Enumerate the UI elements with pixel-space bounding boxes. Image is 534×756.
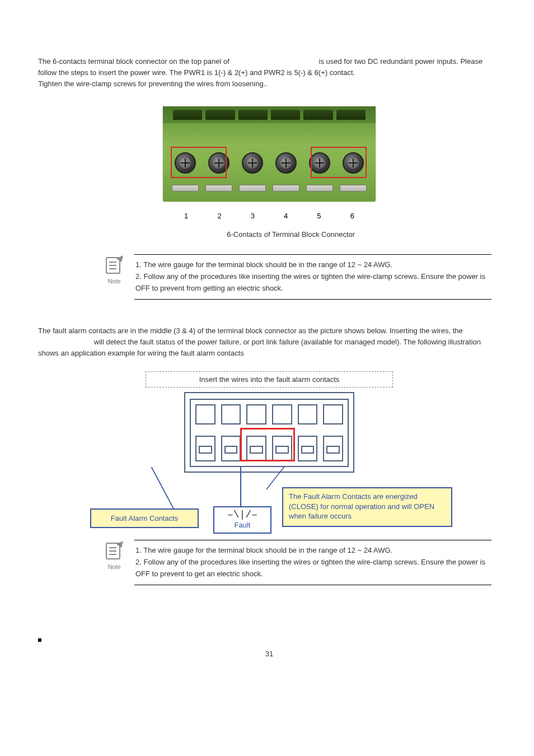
ft-screw-icon (221, 436, 241, 461)
fault-symbol-icon: –\|/– (214, 507, 270, 521)
wire-slot (271, 110, 300, 120)
wire-slot (205, 110, 235, 120)
ft-slot (246, 404, 266, 424)
wire-slot (336, 110, 366, 120)
note-text: 1. The wire gauge for the terminal block… (134, 540, 491, 585)
note-label: Note (100, 563, 129, 570)
wire-slot (238, 110, 268, 120)
terminal-number-row: 1 2 3 4 5 6 (163, 212, 376, 220)
note-text: 1. The wire gauge for the terminal block… (134, 254, 491, 299)
ft-slot (323, 404, 343, 424)
callout-left: Fault Alarm Contacts (90, 508, 199, 528)
wire-slot (303, 110, 332, 120)
note-icon: Note (100, 254, 129, 284)
note-block-1: Note 1. The wire gauge for the terminal … (100, 254, 491, 299)
terminal-number: 2 (203, 212, 236, 220)
note-line: 1. The wire gauge for the terminal block… (135, 545, 490, 557)
ft-screw-icon (195, 436, 216, 461)
callout-connector (266, 467, 303, 489)
terminal-block-figure: 1 2 3 4 5 6 (163, 106, 376, 220)
highlight-box-pwr2 (311, 147, 367, 178)
terminal-block-image (163, 106, 376, 202)
terminal-number: 5 (302, 212, 335, 220)
ft-slot (195, 404, 216, 424)
terminal-number: 4 (269, 212, 302, 220)
fault-highlight-box (240, 428, 295, 461)
ft-slot (272, 404, 292, 424)
ft-slot (221, 404, 241, 424)
ft-screw-icon (323, 436, 343, 461)
terminal-number: 6 (336, 212, 369, 220)
highlight-box-pwr1 (171, 147, 227, 178)
sec1-body: The 6-contacts terminal block connector … (38, 56, 500, 78)
fault-top-banner: Insert the wires into the fault alarm co… (146, 371, 393, 388)
note-label: Note (100, 278, 129, 284)
page-number: 31 (38, 650, 500, 658)
note-block-2: Note 1. The wire gauge for the terminal … (100, 540, 491, 585)
note-line: 2. Follow any of the procedures like ins… (135, 557, 490, 580)
callout-connector (240, 467, 241, 506)
ft-slot (298, 404, 318, 424)
terminal-number: 3 (236, 212, 269, 220)
label-strip (168, 185, 370, 195)
fault-mid-label: Fault (214, 521, 270, 533)
callout-mid: –\|/– Fault (213, 506, 271, 534)
note-line: 2. Follow any of the procedures like ins… (135, 271, 490, 295)
bullet-label: Digital Input (50, 636, 99, 645)
bullet-square-icon (38, 638, 41, 642)
page: The 6-contacts terminal block connector … (0, 0, 534, 680)
figure-caption-1: Figure 2-14: 6-Contacts of Terminal Bloc… (38, 230, 500, 239)
wire-slot-row (163, 106, 376, 123)
callout-right: The Fault Alarm Contacts are energized (… (282, 487, 452, 527)
sec2-body: The fault alarm contacts are in the midd… (38, 325, 500, 359)
fault-alarm-figure: Insert the wires into the fault alarm co… (96, 371, 443, 534)
wire-slot (173, 110, 202, 120)
ft-screw-icon (298, 436, 318, 461)
screw-icon (242, 152, 263, 174)
callout-connector (151, 467, 213, 511)
note-icon: Note (100, 540, 129, 570)
fault-terminal-diagram (184, 392, 354, 473)
terminal-number: 1 (170, 212, 203, 220)
sec1-step: Tighten the wire-clamp screws for preven… (38, 78, 500, 90)
screw-icon (275, 152, 297, 174)
bullet-row: Digital Input (38, 636, 500, 645)
note-line: 1. The wire gauge for the terminal block… (135, 259, 490, 271)
